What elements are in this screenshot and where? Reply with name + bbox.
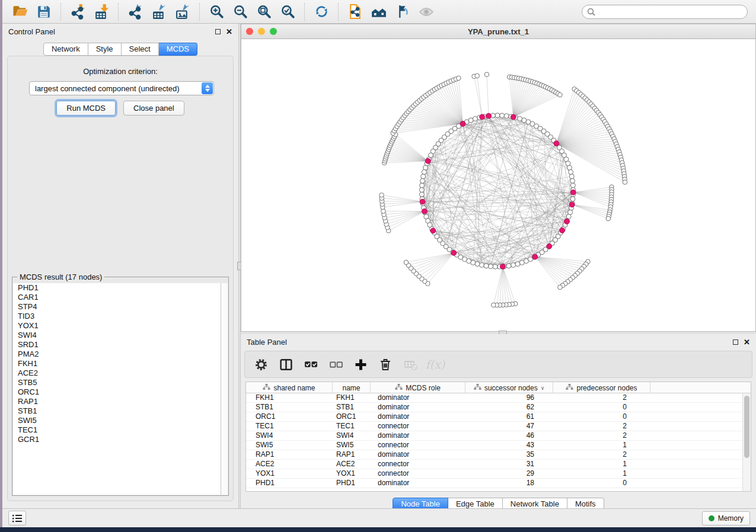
function-builder-icon[interactable]: f(x) [428, 357, 443, 372]
table-cell[interactable]: 2 [553, 431, 650, 440]
float-table-panel-icon[interactable] [733, 339, 738, 345]
mcds-node-item[interactable]: YOX1 [13, 321, 221, 331]
deselect-all-icon[interactable] [328, 357, 343, 372]
export-table-icon[interactable] [147, 2, 171, 21]
table-row[interactable]: PHD1PHD1dominator180 [246, 479, 751, 488]
table-cell[interactable]: 2 [553, 422, 650, 431]
table-cell[interactable]: TEC1 [246, 422, 333, 431]
export-image-icon[interactable] [171, 2, 194, 21]
table-cell[interactable]: 1 [553, 460, 650, 469]
table-cell[interactable]: SWI4 [333, 431, 371, 440]
mcds-node-item[interactable]: STB1 [13, 406, 221, 416]
first-neighbors-icon[interactable] [367, 2, 391, 21]
table-cell[interactable]: dominator [371, 412, 465, 421]
mcds-node-item[interactable]: PHD1 [13, 283, 221, 293]
network-graph[interactable] [241, 39, 755, 331]
table-row[interactable]: SWI5SWI5connector431 [246, 441, 751, 450]
table-cell[interactable]: dominator [371, 393, 465, 402]
mcds-node-item[interactable]: PMA2 [13, 350, 221, 359]
optimization-criterion-select[interactable]: largest connected component (undirected) [29, 81, 214, 95]
mcds-node-item[interactable]: TEC1 [13, 425, 221, 435]
show-columns-icon[interactable] [278, 357, 294, 372]
zoom-in-icon[interactable] [205, 2, 228, 21]
table-cell[interactable]: 29 [465, 469, 553, 478]
float-panel-icon[interactable] [215, 29, 221, 34]
import-table-icon[interactable] [90, 2, 113, 21]
table-cell[interactable]: 2 [553, 450, 650, 459]
table-scrollbar-thumb[interactable] [744, 396, 749, 458]
table-cell[interactable]: 1 [553, 469, 650, 478]
zoom-out-icon[interactable] [228, 2, 252, 21]
table-cell[interactable]: 35 [465, 450, 553, 459]
table-cell[interactable]: 61 [465, 412, 553, 421]
table-cell[interactable]: 31 [465, 460, 553, 469]
column-header-successor-nodes[interactable]: successor nodes∨ [465, 382, 553, 393]
table-cell[interactable]: PHD1 [246, 479, 333, 488]
table-cell[interactable]: dominator [371, 450, 465, 459]
column-header-MCDS-role[interactable]: MCDS role [371, 382, 465, 393]
mcds-node-item[interactable]: STB5 [13, 378, 221, 387]
table-cell[interactable]: dominator [371, 479, 465, 488]
zoom-fit-icon[interactable] [252, 2, 276, 21]
mcds-node-item[interactable]: SWI5 [13, 416, 221, 425]
table-cell[interactable]: dominator [371, 431, 465, 440]
table-cell[interactable]: STB1 [246, 403, 333, 412]
table-cell[interactable]: YOX1 [246, 469, 333, 478]
mcds-node-item[interactable]: FKH1 [13, 359, 221, 368]
export-network-icon[interactable] [123, 2, 147, 21]
table-cell[interactable]: connector [371, 441, 465, 450]
table-cell[interactable]: connector [371, 460, 465, 469]
table-row[interactable]: ACE2ACE2connector311 [246, 460, 751, 469]
tab-mcds[interactable]: MCDS [159, 43, 197, 56]
table-cell[interactable]: connector [371, 469, 465, 478]
table-cell[interactable]: 96 [465, 393, 553, 402]
network-canvas[interactable] [241, 39, 755, 331]
zoom-selected-icon[interactable] [276, 2, 299, 21]
table-cell[interactable]: YOX1 [333, 469, 371, 478]
tab-network[interactable]: Network [43, 43, 88, 56]
table-cell[interactable]: SWI5 [333, 441, 371, 450]
column-header-shared-name[interactable]: shared name [246, 382, 333, 393]
table-cell[interactable]: ACE2 [333, 460, 371, 469]
column-header-predecessor-nodes[interactable]: predecessor nodes [553, 382, 650, 393]
table-cell[interactable]: SWI5 [246, 441, 333, 450]
table-cell[interactable]: 18 [465, 479, 553, 488]
mcds-node-item[interactable]: ORC1 [13, 387, 221, 397]
table-cell[interactable]: 2 [553, 393, 650, 402]
mcds-node-item[interactable]: TID3 [13, 312, 221, 321]
mcds-node-item[interactable]: ACE2 [13, 368, 221, 378]
table-cell[interactable]: connector [371, 422, 465, 431]
table-cell[interactable]: 43 [465, 441, 553, 450]
table-cell[interactable]: ORC1 [246, 412, 333, 421]
table-cell[interactable]: PHD1 [333, 479, 371, 488]
new-network-from-selection-icon[interactable] [343, 2, 367, 21]
run-mcds-button[interactable]: Run MCDS [56, 101, 116, 116]
task-history-button[interactable] [8, 511, 26, 525]
table-cell[interactable]: RAP1 [246, 450, 333, 459]
memory-button[interactable]: Memory [702, 511, 750, 525]
table-row[interactable]: YOX1YOX1connector291 [246, 469, 751, 479]
close-panel-button[interactable]: Close panel [123, 101, 184, 116]
table-cell[interactable]: 47 [465, 422, 553, 431]
tab-style[interactable]: Style [88, 43, 122, 56]
table-cell[interactable]: STB1 [333, 403, 371, 412]
table-cell[interactable]: 1 [553, 441, 650, 450]
column-header-name[interactable]: name [333, 382, 371, 393]
open-file-icon[interactable] [8, 2, 32, 21]
mcds-node-item[interactable]: GCR1 [13, 435, 221, 444]
mcds-node-item[interactable]: CAR1 [13, 293, 221, 302]
show-hidden-eye-icon[interactable] [414, 2, 438, 21]
delete-table-icon[interactable] [403, 357, 418, 372]
refresh-layout-icon[interactable] [310, 2, 333, 21]
table-cell[interactable]: ACE2 [246, 460, 333, 469]
search-box[interactable] [582, 5, 748, 19]
mcds-node-item[interactable]: SWI4 [13, 331, 221, 340]
table-mode-gear-icon[interactable] [253, 357, 269, 372]
table-row[interactable]: TEC1TEC1connector472 [246, 422, 751, 431]
delete-rows-icon[interactable] [378, 357, 393, 372]
tab-select[interactable]: Select [122, 43, 159, 56]
mcds-list-scrollbar[interactable] [221, 283, 228, 495]
table-cell[interactable]: 46 [465, 431, 553, 440]
table-cell[interactable]: FKH1 [246, 393, 333, 402]
table-cell[interactable]: SWI4 [246, 431, 333, 440]
